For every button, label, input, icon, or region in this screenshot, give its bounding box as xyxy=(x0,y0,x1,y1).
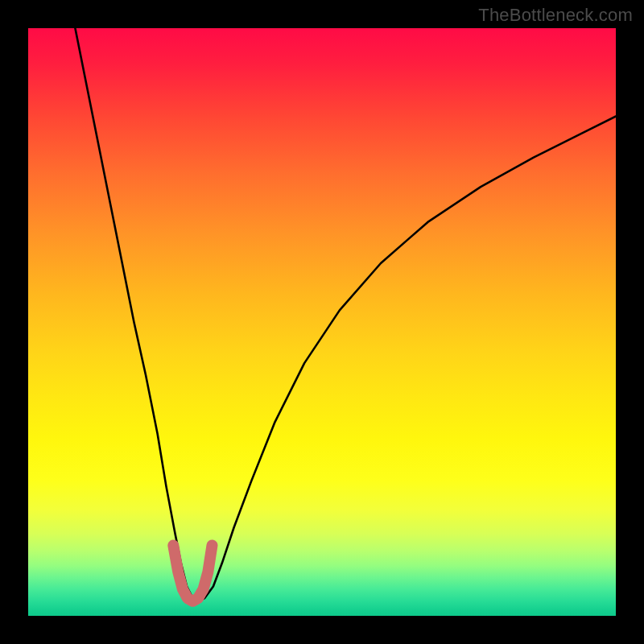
curve-layer xyxy=(28,28,616,616)
watermark-text: TheBottleneck.com xyxy=(478,5,633,26)
bottleneck-curve xyxy=(75,28,616,601)
plot-area xyxy=(28,28,616,616)
chart-frame: TheBottleneck.com xyxy=(0,0,644,644)
optimal-zone-highlight xyxy=(173,545,212,601)
